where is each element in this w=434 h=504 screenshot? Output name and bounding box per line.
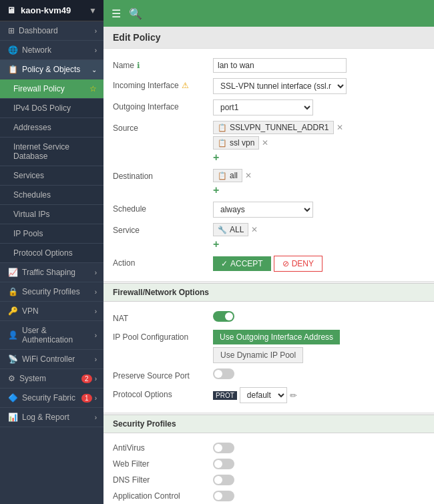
destination-add-button[interactable]: + (213, 184, 252, 196)
sidebar-item-security-profiles[interactable]: 🔒 Security Profiles › (0, 282, 103, 302)
sidebar-header: 🖥 kaon-kvm49 ▼ (0, 0, 103, 21)
sidebar-item-policy-objects[interactable]: 📋 Policy & Objects ⌄ (0, 60, 103, 79)
sidebar-item-ip-pools[interactable]: IP Pools (0, 224, 103, 244)
sidebar-item-network[interactable]: 🌐 Network › (0, 41, 103, 60)
outgoing-interface-select[interactable]: port1 (213, 99, 313, 115)
log-icon: 📊 (8, 413, 18, 422)
outgoing-interface-value: port1 (213, 99, 425, 115)
protocol-select[interactable]: default (240, 387, 287, 403)
nat-row: NAT (113, 308, 425, 327)
schedule-select[interactable]: always (213, 202, 313, 218)
system-badge: 2 (81, 374, 92, 383)
antivirus-label: AntiVirus (113, 443, 213, 453)
deny-button[interactable]: ⊘ DENY (274, 256, 322, 272)
chevron-right-icon: › (95, 356, 97, 363)
search-icon[interactable]: 🔍 (129, 7, 142, 20)
destination-row: Destination 📋 all ✕ + (113, 166, 425, 199)
sidebar-label-sec-fabric: Security Fabric (22, 393, 75, 403)
basic-form: Name ℹ Incoming Interface ⚠ SSL-VPN tunn… (103, 49, 434, 282)
schedule-value: always (213, 202, 425, 218)
antivirus-toggle[interactable] (213, 443, 234, 453)
sidebar-item-services[interactable]: Services (0, 166, 103, 186)
security-profiles-form: AntiVirus Web Filter DNS Filter Applicat… (103, 433, 434, 504)
use-outgoing-button[interactable]: Use Outgoing Interface Address (213, 330, 340, 344)
source-item-close-1[interactable]: ✕ (337, 123, 343, 132)
ipv4-dos-label: IPv4 DoS Policy (13, 103, 71, 113)
dns-filter-toggle[interactable] (213, 475, 234, 485)
protocol-options-value: PROT default ✏ (213, 387, 425, 403)
checkmark-icon: ✓ (221, 259, 228, 268)
action-row: Action ✓ ACCEPT ⊘ DENY (113, 253, 425, 274)
sidebar-app-icon: 🖥 (7, 5, 15, 15)
sidebar-item-ipv4-dos[interactable]: IPv4 DoS Policy (0, 99, 103, 118)
sidebar-item-dashboard[interactable]: ⊞ Dashboard › (0, 21, 103, 41)
nat-toggle[interactable] (213, 311, 234, 322)
web-filter-label: Web Filter (113, 459, 213, 469)
sidebar-sub-policy: Firewall Policy ☆ IPv4 DoS Policy Addres… (0, 79, 103, 263)
services-label: Services (13, 171, 44, 180)
source-item-close-2[interactable]: ✕ (262, 138, 268, 148)
sidebar-label-wifi: WiFi Controller (22, 354, 75, 364)
source-item-label: SSLVPN_TUNNEL_ADDR1 (230, 123, 329, 132)
sidebar-item-virtual-ips[interactable]: Virtual IPs (0, 205, 103, 224)
sidebar-item-user-auth[interactable]: 👤 User & Authentication › (0, 321, 103, 350)
info-icon[interactable]: ℹ (137, 61, 140, 70)
service-row: Service 🔧 ALL ✕ + (113, 220, 425, 253)
addresses-label: Addresses (13, 123, 51, 132)
firewall-options-header: Firewall/Network Options (103, 283, 434, 302)
source-tag-1: 📋 SSLVPN_TUNNEL_ADDR1 ✕ (213, 121, 343, 134)
content-area: Edit Policy Name ℹ Incoming Interface ⚠ (103, 27, 434, 504)
accept-button[interactable]: ✓ ACCEPT (213, 256, 271, 271)
sidebar: 🖥 kaon-kvm49 ▼ ⊞ Dashboard › 🌐 Network ›… (0, 0, 103, 504)
sidebar-item-wifi[interactable]: 📡 WiFi Controller › (0, 350, 103, 369)
sidebar-item-addresses[interactable]: Addresses (0, 118, 103, 138)
firewall-label: Firewall Policy (13, 84, 65, 93)
name-input[interactable] (213, 58, 347, 73)
protocol-options-label: Protocol Options (113, 387, 213, 399)
network-icon: 🌐 (8, 45, 18, 55)
source-value: 📋 SSLVPN_TUNNEL_ADDR1 ✕ 📋 ssl vpn ✕ (213, 121, 425, 164)
sidebar-item-protocol-options[interactable]: Protocol Options (0, 244, 103, 263)
source-label: Source (113, 121, 213, 133)
destination-item-label: all (230, 171, 238, 180)
incoming-interface-row: Incoming Interface ⚠ SSL-VPN tunnel inte… (113, 75, 425, 97)
sidebar-item-traffic-shaping[interactable]: 📈 Traffic Shaping › (0, 263, 103, 282)
chevron-right-icon: › (95, 269, 97, 276)
web-filter-row: Web Filter (113, 456, 425, 472)
wifi-icon: 📡 (8, 354, 18, 364)
security-fabric-icon: 🔷 (8, 393, 18, 403)
preserve-toggle[interactable] (213, 368, 234, 379)
service-add-button[interactable]: + (213, 238, 258, 250)
source-tag-2: 📋 ssl vpn ✕ (213, 136, 343, 150)
app-control-toggle[interactable] (213, 491, 234, 501)
sidebar-label-system: System (19, 374, 46, 383)
sidebar-item-firewall-policy[interactable]: Firewall Policy ☆ (0, 79, 103, 99)
sidebar-item-system[interactable]: ⚙ System 2 › (0, 369, 103, 389)
sidebar-label-user: User & Authentication (22, 326, 95, 344)
sidebar-item-internet-service[interactable]: Internet Service Database (0, 138, 103, 166)
menu-icon[interactable]: ☰ (112, 7, 121, 20)
app-control-label: Application Control (113, 491, 213, 501)
destination-item-close[interactable]: ✕ (245, 171, 252, 180)
source-add-button[interactable]: + (213, 152, 343, 164)
chevron-right-icon: › (95, 308, 97, 315)
name-value (213, 58, 425, 73)
protocol-edit-icon[interactable]: ✏ (290, 391, 297, 401)
use-dynamic-button[interactable]: Use Dynamic IP Pool (213, 347, 303, 363)
outgoing-interface-label: Outgoing Interface (113, 99, 213, 111)
sidebar-label-dashboard: Dashboard (19, 26, 58, 35)
sidebar-label-network: Network (22, 45, 51, 55)
sidebar-collapse-icon[interactable]: ▼ (89, 6, 97, 15)
sidebar-item-log-report[interactable]: 📊 Log & Report › (0, 408, 103, 427)
web-filter-toggle[interactable] (213, 459, 234, 469)
incoming-interface-value: SSL-VPN tunnel interface (ssl.roo (213, 78, 425, 94)
service-item-close[interactable]: ✕ (251, 225, 258, 234)
incoming-interface-select[interactable]: SSL-VPN tunnel interface (ssl.roo (213, 78, 347, 94)
service-item-label: ALL (230, 225, 244, 234)
sidebar-item-security-fabric[interactable]: 🔷 Security Fabric 1 › (0, 389, 103, 408)
service-item-all: 🔧 ALL (213, 223, 248, 236)
destination-item-icon: 📋 (218, 172, 227, 180)
internet-service-label: Internet Service Database (13, 142, 97, 161)
sidebar-item-vpn[interactable]: 🔑 VPN › (0, 302, 103, 321)
sidebar-item-schedules[interactable]: Schedules (0, 186, 103, 205)
